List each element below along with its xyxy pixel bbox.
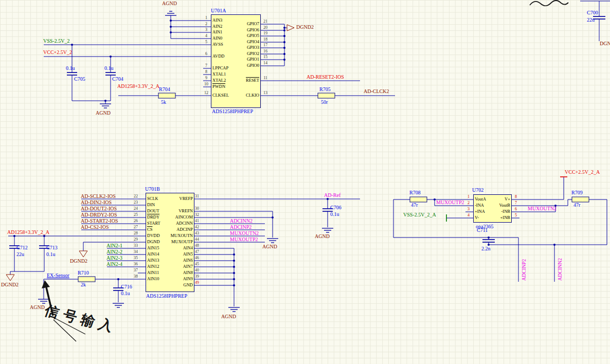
c713-designator[interactable]: C713 — [46, 245, 58, 250]
chip-designator-u701b[interactable]: U701B — [145, 186, 160, 192]
power-port-symbol[interactable] — [79, 251, 87, 257]
pin-number: 7 — [512, 201, 519, 205]
net-label-ad-drdy2[interactable]: AD-DRDY2-IOS — [81, 212, 117, 217]
r708-designator[interactable]: R708 — [409, 190, 421, 195]
pin-number: 16 — [261, 49, 270, 53]
net-label-ad-ref[interactable]: AD-Ref — [324, 192, 340, 198]
c704-value[interactable]: 0.1u — [104, 65, 114, 71]
r710-designator[interactable]: R710 — [78, 270, 89, 276]
c716-value[interactable]: 0.1u — [121, 290, 130, 296]
net-label-ain2-1[interactable]: AIN2-1 — [106, 243, 122, 248]
resistor-body[interactable] — [78, 277, 95, 282]
r709-value[interactable]: 47r — [573, 202, 580, 208]
pin-name: PWDN — [212, 84, 239, 89]
r704-designator[interactable]: R704 — [159, 86, 170, 92]
net-label-agnd-c706[interactable]: AGND — [315, 233, 330, 239]
c712-designator[interactable]: C712 — [16, 245, 28, 250]
resistor-body[interactable] — [410, 197, 427, 202]
chip-designator-u702[interactable]: U702 — [472, 187, 483, 193]
pin-name: GPIO4 — [231, 39, 259, 44]
r705-value[interactable]: 50r — [321, 99, 328, 105]
chip-designator-u701a[interactable]: U701A — [211, 8, 226, 13]
net-label-ain2-3[interactable]: AIN2-3 — [106, 255, 122, 261]
net-label-vss-2v5-2[interactable]: VSS-2.5V_2 — [43, 38, 69, 44]
net-label-ad-clck2[interactable]: AD-CLCK2 — [364, 88, 389, 94]
net-label-adcinn2[interactable]: ADCINN2 — [230, 218, 253, 224]
net-label-muxoutn2-right[interactable]: MUXOUTN2 — [528, 206, 557, 211]
junction-dot — [117, 278, 119, 280]
pin-name: -INB — [482, 209, 510, 214]
c716-designator[interactable]: C716 — [121, 284, 132, 289]
resistor-body[interactable] — [572, 197, 589, 202]
net-label-adcinn2-vertical[interactable]: ADCINN2 — [557, 258, 563, 281]
c711-designator[interactable]: C711 — [477, 227, 488, 233]
chip-part-u701a[interactable]: ADS1258IPHPREP — [212, 108, 253, 114]
net-label-vss-2v5-2a[interactable]: VSS-2.5V_2_A — [403, 212, 436, 217]
power-port-symbol[interactable] — [287, 25, 294, 31]
pin-name: VREFN — [165, 208, 193, 213]
net-label-muxoutp2-right[interactable]: MUXOUTP2 — [436, 199, 464, 205]
resistor-body[interactable] — [318, 93, 335, 98]
pin-number: 18 — [261, 37, 270, 42]
net-label-adcinp2[interactable]: ADCINP2 — [230, 224, 252, 230]
net-label-muxoutn2-left[interactable]: MUXOUTN2 — [230, 230, 259, 236]
c706-designator[interactable]: C706 — [330, 205, 342, 210]
net-label-ain2-4[interactable]: AIN2-4 — [106, 261, 122, 267]
net-label-agnd-top[interactable]: AGND — [162, 1, 177, 6]
net-label-ad1258-left[interactable]: AD1258+3.3V_2_A — [7, 229, 49, 235]
pin-number: 37 — [128, 268, 138, 272]
net-label-agnd-vrefn[interactable]: AGND — [262, 244, 277, 249]
pin-name: +INB — [482, 215, 510, 220]
net-label-ex-sensor[interactable]: EX-Sensor — [47, 272, 69, 278]
c713-value[interactable]: 0.1u — [46, 251, 56, 257]
net-label-dgnd-clipped[interactable]: DGN — [600, 41, 610, 46]
pin-name: AIN5 — [165, 251, 193, 257]
net-label-ad-sclk2[interactable]: AD-SCLK2-IOS — [81, 193, 116, 199]
pin-number: 3 — [465, 207, 472, 211]
r709-designator[interactable]: R709 — [571, 190, 583, 195]
c700-value[interactable]: 22u — [587, 17, 595, 23]
net-label-ad-din2[interactable]: AD-DIN2-IOS — [81, 199, 112, 205]
net-label-adcinp2-vertical[interactable]: ADCINP2 — [521, 259, 527, 281]
net-label-dgnd2-bottomleft[interactable]: DGND2 — [1, 282, 19, 287]
net-label-ad-dout2[interactable]: AD-DOUT2-IOS — [81, 206, 117, 211]
pin-name: RESET — [231, 78, 259, 83]
r708-value[interactable]: 47r — [411, 202, 418, 208]
net-label-ad1258-top[interactable]: AD1258+3.3V_2_A — [117, 83, 159, 89]
net-label-dgnd2-gpio[interactable]: DGND2 — [296, 24, 314, 30]
chip-part-u701b[interactable]: ADS1258IPHPREP — [146, 293, 187, 299]
net-label-dgnd2-pin29[interactable]: DGND2 — [70, 258, 87, 264]
r705-designator[interactable]: R705 — [319, 86, 331, 92]
c704-designator[interactable]: C704 — [112, 76, 123, 82]
resistor-body[interactable] — [158, 93, 175, 98]
r704-value[interactable]: 5k — [161, 99, 166, 105]
c712-value[interactable]: 22u — [16, 251, 24, 257]
net-label-vcc-2v5-2[interactable]: VCC+2.5V_2 — [43, 49, 72, 55]
pin-number: 8 — [202, 69, 210, 74]
pin-number: 20 — [261, 25, 270, 30]
power-port-symbol[interactable] — [6, 275, 14, 281]
pin-name: XTAL1 — [212, 71, 239, 77]
handwritten-arrow-head — [42, 280, 50, 288]
net-label-agnd-exsensor[interactable]: AGND — [30, 304, 45, 310]
c705-value[interactable]: 0.1u — [66, 65, 75, 71]
pin-number: 39 — [195, 274, 203, 279]
net-label-agnd-ainbus[interactable]: AGND — [221, 314, 236, 319]
pin-name: VREFP — [165, 196, 193, 201]
net-label-ad-start2[interactable]: AD-START2-IOS — [81, 218, 118, 224]
net-label-ad-cs2[interactable]: AD-CS2-IOS — [81, 224, 109, 230]
pin-number: 10 — [202, 82, 210, 86]
c700-designator[interactable]: C700 — [587, 10, 598, 15]
c705-designator[interactable]: C705 — [74, 76, 85, 82]
pin-name: GPIO0 — [231, 63, 259, 68]
net-label-vcc-2v5-2a[interactable]: VCC+2.5V_2_A — [565, 169, 600, 175]
c706-value[interactable]: 0.1u — [330, 211, 339, 217]
net-label-muxoutp2-left[interactable]: MUXOUTP2 — [230, 236, 258, 242]
junction-dot — [233, 284, 235, 286]
net-label-ad-reset2[interactable]: AD-RESET2-IOS — [307, 74, 344, 80]
junction-dot — [104, 100, 106, 102]
r710-value[interactable]: 2k — [81, 282, 86, 287]
net-label-agnd-caps[interactable]: AGND — [96, 110, 111, 116]
c711-value[interactable]: 2.2n — [481, 246, 491, 251]
net-label-ain2-2[interactable]: AIN2-2 — [106, 249, 122, 254]
